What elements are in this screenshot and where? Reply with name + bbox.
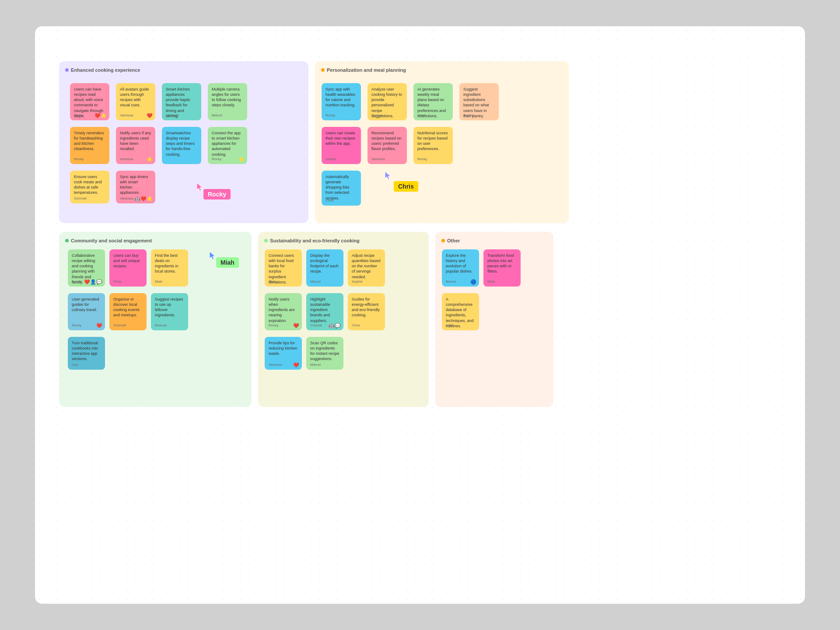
note-author-s2: Marcel: [310, 280, 321, 284]
note-author-p7: Rocky: [417, 157, 427, 162]
note-text-p6: Recommend recipes based on users' prefer…: [371, 130, 403, 152]
note-e10[interactable]: Sync app timers with smart kitchen appli…: [116, 171, 155, 203]
note-author-e9: Schmidt: [74, 196, 87, 201]
note-p1[interactable]: Sync app with health wearables for calor…: [322, 83, 361, 120]
note-text-s4: Notify users when ingredients are nearin…: [269, 297, 298, 323]
cursor-arrow-icon: [384, 171, 392, 180]
note-text-e8: Connect the app to smart kitchen applian…: [212, 130, 243, 157]
cursor-arrow-icon: [196, 182, 204, 192]
note-emoji-e2: ❤️: [147, 112, 153, 119]
note-c1[interactable]: Collaborative recipe editing and cooking…: [68, 249, 105, 287]
note-author-c5: Schmidt: [113, 323, 126, 328]
note-text-c3: Find the best deals on ingredients in lo…: [155, 253, 184, 274]
note-author-c3: Miah: [155, 280, 162, 284]
note-s7[interactable]: Provide tips for reducing kitchen waste.…: [265, 337, 302, 370]
note-e4[interactable]: Multiple camera angles for users to foll…: [208, 83, 247, 120]
note-p8[interactable]: Automatically generate shopping lists fr…: [322, 171, 361, 206]
note-text-e9: Ensure users cook meats and dishes at sa…: [74, 174, 105, 196]
section-dot-personal: [321, 68, 325, 72]
note-e6[interactable]: Notify users if any ingredients used hav…: [116, 127, 155, 164]
note-p5[interactable]: Users can create their own recipes withi…: [322, 127, 361, 164]
note-s6[interactable]: Guides for energy-efficient and eco-frie…: [348, 293, 385, 330]
note-e9[interactable]: Ensure users cook meats and dishes at sa…: [70, 171, 109, 203]
note-c4[interactable]: User-generated guides for culinary trave…: [68, 293, 105, 330]
main-canvas: Enhanced cooking experience Personalizat…: [35, 26, 805, 604]
cursor-rocky: Rocky: [203, 189, 231, 200]
note-author-c6: Rescue: [155, 323, 167, 328]
note-text-s7: Provide tips for reducing kitchen waste.: [269, 340, 298, 356]
note-emoji-c4: ❤️: [96, 322, 102, 329]
note-e1[interactable]: Users can have recipes read aloud, with …: [70, 83, 109, 120]
note-e8[interactable]: Connect the app to smart kitchen applian…: [208, 127, 247, 164]
note-o1[interactable]: Explore the history and evolution of pop…: [442, 249, 479, 287]
note-author-e6: Vanessa: [120, 157, 133, 162]
note-o3[interactable]: A comprehensive database of ingredients,…: [442, 293, 479, 330]
note-author-p2: Barrow: [371, 113, 382, 118]
note-author-c2: Chris: [113, 280, 122, 284]
note-c7[interactable]: Turn traditional cookbooks into interact…: [68, 337, 105, 370]
note-author-p8: Chris: [326, 199, 334, 203]
section-dot-sustainability: [264, 239, 268, 242]
note-e5[interactable]: Timely reminders for handwashing and kit…: [70, 127, 109, 164]
note-author-o3: Miah: [446, 323, 453, 328]
note-text-e10: Sync app timers with smart kitchen appli…: [120, 174, 151, 196]
cursor-miah: Miah: [216, 257, 239, 268]
note-author-o1: Barnie: [446, 280, 456, 284]
note-text-o2: Transform food photos into art pieces wi…: [487, 253, 517, 274]
note-text-p7: Nutritional scores for recipes based on …: [417, 130, 449, 152]
note-e3[interactable]: Smart kitchen appliances provide haptic …: [162, 83, 201, 120]
note-text-s2: Display the ecological footprint of each…: [310, 253, 340, 274]
note-text-o1: Explore the history and evolution of pop…: [446, 253, 475, 274]
section-label-other: Other: [441, 238, 547, 243]
note-c6[interactable]: Suggest recipes to use up leftover ingre…: [151, 293, 188, 330]
note-text-e6: Notify users if any ingredients used hav…: [120, 130, 151, 152]
section-label-enhanced: Enhanced cooking experience: [65, 67, 302, 73]
note-e2[interactable]: All avatars guide users through recipes …: [116, 83, 155, 120]
note-author-e1: Rocky: [74, 113, 84, 118]
note-p7[interactable]: Nutritional scores for recipes based on …: [413, 127, 453, 164]
section-label-personal: Personalization and meal planning: [321, 67, 563, 73]
note-author-e2: Vanessa: [120, 113, 133, 118]
note-s3[interactable]: Adjust recipe quantities based on the nu…: [348, 249, 385, 287]
note-text-e4: Multiple camera angles for users to foll…: [212, 87, 243, 108]
note-o2[interactable]: Transform food photos into art pieces wi…: [483, 249, 521, 287]
note-text-s3: Adjust recipe quantities based on the nu…: [352, 253, 381, 280]
note-text-s6: Guides for energy-efficient and eco-frie…: [352, 297, 381, 318]
note-p3[interactable]: AI generates weekly meal plans based on …: [413, 83, 453, 120]
note-text-c2: Users can buy and sell unique recipes.: [113, 253, 143, 269]
note-e7[interactable]: Smartwatches display recipe steps and ti…: [162, 127, 201, 164]
note-author-s5: Cmindo: [310, 323, 322, 328]
note-author-p5: Sophie: [326, 157, 336, 162]
note-s1[interactable]: Connect users with local food banks for …: [265, 249, 302, 287]
note-text-e5: Timely reminders for handwashing and kit…: [74, 130, 105, 152]
note-author-p6: Vanessa: [371, 157, 385, 162]
note-text-p1: Sync app with health wearables for calor…: [326, 87, 357, 108]
note-p2[interactable]: Analyze user cooking history to provide …: [368, 83, 407, 120]
note-s4[interactable]: Notify users when ingredients are nearin…: [265, 293, 302, 330]
note-c3[interactable]: Find the best deals on ingredients in lo…: [151, 249, 188, 287]
note-p4[interactable]: Suggest ingredient substitutions based o…: [459, 83, 499, 120]
note-text-e7: Smartwatches display recipe steps and ti…: [166, 130, 197, 157]
note-text-c7: Turn traditional cookbooks into interact…: [72, 340, 101, 362]
note-author-e8: Rocky: [212, 157, 221, 162]
cursor-chris: Chris: [394, 181, 418, 192]
note-emoji-o1: 🔵: [470, 279, 476, 285]
note-p6[interactable]: Recommend recipes based on users' prefer…: [368, 127, 407, 164]
note-text-c5: Organize or discover local cooking event…: [113, 297, 143, 318]
note-emoji-e10: 🤖❤️⭐: [134, 196, 153, 202]
section-label-community: Community and social engagement: [65, 238, 245, 243]
note-emoji-c1: ❤️👤💬: [84, 279, 102, 285]
note-emoji-s5: 🤖💬: [329, 322, 341, 329]
note-emoji-e8: ⭐: [238, 156, 245, 163]
note-author-s1: Miah: [269, 280, 276, 284]
note-author-c1: Annick: [72, 280, 82, 284]
note-s8[interactable]: Scan QR codes on ingredients for instant…: [306, 337, 343, 370]
note-s2[interactable]: Display the ecological footprint of each…: [306, 249, 343, 287]
note-author-e10: Vanessa: [120, 196, 133, 201]
note-c2[interactable]: Users can buy and sell unique recipes.Ch…: [109, 249, 147, 287]
note-author-o2: Miah: [487, 280, 495, 284]
note-s5[interactable]: Highlight sustainable ingredient brands …: [306, 293, 343, 330]
note-author-s8: Marcel: [310, 363, 321, 368]
note-author-c7: Liris: [72, 363, 78, 368]
note-c5[interactable]: Organize or discover local cooking event…: [109, 293, 147, 330]
